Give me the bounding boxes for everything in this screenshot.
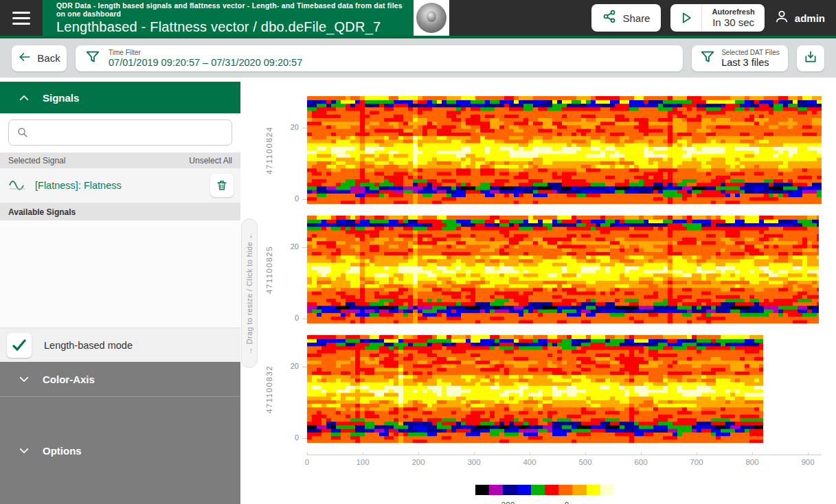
legend-color-segment: [545, 485, 558, 495]
x-tick-mark: [808, 453, 809, 455]
logo-image: [416, 3, 447, 33]
available-signals-list: [0, 220, 240, 328]
x-tick-label: 100: [356, 458, 369, 466]
x-tick-mark: [585, 453, 586, 455]
x-tick-mark: [641, 453, 642, 455]
heatmap-canvas[interactable]: [307, 96, 822, 204]
signals-sidebar: Signals Selected Signal Unselect All: [0, 82, 240, 504]
back-label: Back: [37, 52, 60, 64]
signal-search: [0, 113, 240, 152]
x-tick-label: 300: [467, 458, 480, 466]
options-section-header[interactable]: Options: [0, 397, 240, 504]
legend-color-segment: [489, 485, 503, 495]
chevron-down-icon: [19, 373, 29, 385]
user-icon: [774, 9, 789, 27]
check-icon: [11, 337, 27, 354]
download-button[interactable]: [797, 45, 824, 71]
chevron-down-icon: [19, 444, 29, 457]
dat-files-filter[interactable]: Selected DAT Files Last 3 files: [692, 45, 788, 71]
company-logo: [414, 0, 449, 36]
share-button[interactable]: Share: [591, 4, 661, 32]
heatmap-plot: [307, 216, 819, 323]
color-legend-bar: [475, 485, 614, 495]
y-tick-label: 0: [295, 194, 299, 203]
legend-color-segment: [572, 485, 586, 495]
page-title: Lengthbased - Flattness vector / dbo.deF…: [56, 19, 414, 35]
app-window: QDR Data - length based signals and flat…: [0, 0, 836, 504]
signals-title: Signals: [43, 92, 79, 104]
autorefresh-countdown: In 30 sec: [712, 16, 754, 28]
dat-files-text: Selected DAT Files Last 3 files: [721, 49, 780, 68]
menu-button[interactable]: [0, 0, 43, 36]
sidebar-resize-handle[interactable]: → Drag to resize / Click to hide ←: [241, 218, 258, 368]
x-tick-label: 900: [801, 458, 814, 466]
dat-files-value: Last 3 files: [721, 57, 780, 68]
dashboard-title-block: QDR Data - length based signals and flat…: [43, 0, 414, 36]
back-button[interactable]: Back: [12, 45, 67, 71]
y-tick-label: 20: [291, 242, 299, 251]
dat-files-label: Selected DAT Files: [721, 49, 780, 56]
filter-icon: [85, 49, 100, 67]
x-tick-mark: [752, 453, 753, 455]
x-tick-label: 500: [578, 458, 591, 466]
selected-signal-header: Selected Signal Unselect All: [0, 152, 240, 168]
heatmap-plot: [307, 96, 822, 204]
x-tick-label: 0: [305, 458, 309, 466]
filter-icon: [700, 49, 715, 67]
menu-icon: [12, 10, 30, 26]
heatmap-canvas[interactable]: [307, 216, 819, 323]
search-input[interactable]: [8, 119, 232, 146]
unselect-all-button[interactable]: Unselect All: [189, 156, 232, 165]
chart-row: 471100832200: [257, 335, 836, 443]
color-axis-section-header[interactable]: Color-Axis: [0, 362, 240, 396]
y-tick-mark: [302, 247, 307, 248]
x-tick-mark: [418, 453, 419, 455]
chart-y-gutter: 471100825200: [257, 216, 307, 323]
legend-label-zero: 0: [565, 501, 569, 504]
header-actions: Share Autorefresh In 30 sec: [449, 0, 836, 36]
available-signals-label: Available Signals: [8, 207, 76, 217]
legend-color-segment: [517, 485, 531, 495]
chart-serial-label: 471100825: [265, 245, 273, 293]
x-tick-label: 400: [523, 458, 536, 466]
autorefresh-label: Autorefresh: [712, 8, 754, 16]
x-tick-label: 600: [634, 458, 647, 466]
x-tick-mark: [697, 453, 697, 455]
y-tick-mark: [302, 438, 307, 439]
remove-signal-button[interactable]: [210, 174, 234, 197]
color-axis-title: Color-Axis: [43, 374, 95, 385]
username: admin: [795, 12, 825, 24]
x-tick-label: 200: [411, 458, 425, 466]
x-tick-mark: [474, 453, 475, 455]
chart-row: 471100824200: [257, 96, 836, 204]
signals-section-header[interactable]: Signals: [0, 82, 240, 113]
signal-label: [Flatness]: Flatness: [35, 180, 201, 191]
resize-handle-label: → Drag to resize / Click to hide ←: [245, 231, 253, 354]
length-mode-checkbox[interactable]: [7, 333, 32, 358]
time-filter-text: Time Filter 07/01/2019 09:20:57 – 07/31/…: [109, 49, 302, 68]
y-tick-label: 20: [291, 123, 299, 131]
y-tick-mark: [302, 367, 307, 367]
x-tick-mark: [363, 453, 363, 455]
chart-y-gutter: 471100824200: [257, 96, 307, 204]
play-icon[interactable]: [670, 4, 702, 32]
user-menu[interactable]: admin: [774, 9, 825, 27]
time-filter-label: Time Filter: [109, 49, 302, 56]
download-icon: [804, 50, 817, 67]
legend-label-min: −200: [496, 501, 515, 504]
x-tick-label: 700: [690, 458, 703, 466]
heatmap-canvas[interactable]: [307, 335, 763, 443]
charts-area: 4711008242004711008252004711008322000100…: [240, 82, 836, 504]
chart-y-gutter: 471100832200: [257, 335, 307, 443]
y-tick-label: 20: [291, 362, 299, 370]
chart-serial-label: 471100824: [265, 126, 273, 174]
back-arrow-icon: [18, 50, 32, 67]
selected-signal-item[interactable]: [Flatness]: Flatness: [0, 168, 240, 203]
options-title: Options: [43, 445, 82, 457]
time-filter[interactable]: Time Filter 07/01/2019 09:20:57 – 07/31/…: [76, 45, 683, 71]
y-tick-mark: [302, 128, 307, 128]
legend-color-segment: [503, 485, 517, 495]
autorefresh-text: Autorefresh In 30 sec: [702, 8, 764, 28]
main-content: Signals Selected Signal Unselect All: [0, 78, 836, 504]
autorefresh-button[interactable]: Autorefresh In 30 sec: [670, 4, 764, 32]
